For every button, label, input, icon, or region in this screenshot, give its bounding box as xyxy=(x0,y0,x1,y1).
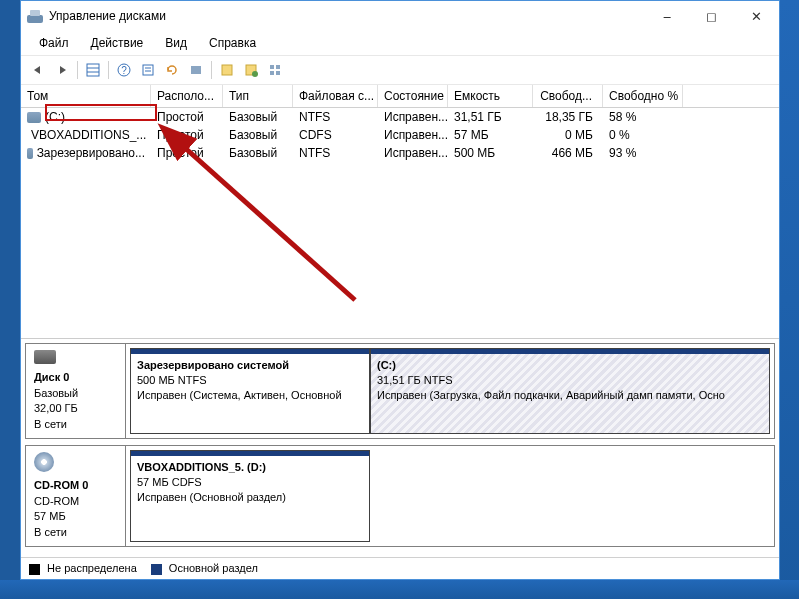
svg-rect-15 xyxy=(276,71,280,75)
menu-action[interactable]: Действие xyxy=(81,33,154,53)
menubar: Файл Действие Вид Справка xyxy=(21,31,779,55)
partition-system-reserved[interactable]: Зарезервировано системой 500 МБ NTFS Исп… xyxy=(130,348,370,434)
disk-type: Базовый xyxy=(34,387,78,399)
properties-button[interactable] xyxy=(137,59,159,81)
svg-rect-13 xyxy=(276,65,280,69)
minimize-button[interactable]: ‒ xyxy=(644,1,689,31)
forward-button[interactable] xyxy=(51,59,73,81)
svg-rect-12 xyxy=(270,65,274,69)
col-capacity[interactable]: Емкость xyxy=(448,85,533,107)
app-icon xyxy=(27,8,43,24)
volume-layout: Простой xyxy=(151,108,223,126)
back-button[interactable] xyxy=(27,59,49,81)
close-button[interactable]: ✕ xyxy=(734,1,779,31)
col-freepct[interactable]: Свободно % xyxy=(603,85,683,107)
svg-rect-8 xyxy=(191,66,201,74)
col-status[interactable]: Состояние xyxy=(378,85,448,107)
refresh-button[interactable] xyxy=(161,59,183,81)
svg-rect-0 xyxy=(87,64,99,76)
volume-list-pane: Том Располо... Тип Файловая с... Состоян… xyxy=(21,85,779,339)
volume-capacity: 31,51 ГБ xyxy=(448,108,533,126)
volume-capacity: 57 МБ xyxy=(448,126,533,144)
svg-rect-9 xyxy=(222,65,232,75)
disk-name: CD-ROM 0 xyxy=(34,479,88,491)
disk-size: 57 МБ xyxy=(34,510,66,522)
volume-list-header: Том Располо... Тип Файловая с... Состоян… xyxy=(21,85,779,108)
volume-row[interactable]: (C:) Простой Базовый NTFS Исправен... 31… xyxy=(21,108,779,126)
col-fs[interactable]: Файловая с... xyxy=(293,85,378,107)
volume-free: 18,35 ГБ xyxy=(533,108,603,126)
volume-type: Базовый xyxy=(223,126,293,144)
disk-icon xyxy=(27,148,33,159)
volume-status: Исправен... xyxy=(378,108,448,126)
volume-status: Исправен... xyxy=(378,126,448,144)
volume-free: 0 МБ xyxy=(533,126,603,144)
volume-freepct: 58 % xyxy=(603,108,683,126)
hdd-icon xyxy=(34,350,56,364)
disk-status: В сети xyxy=(34,418,67,430)
svg-text:?: ? xyxy=(121,65,127,76)
partition-status: Исправен (Основной раздел) xyxy=(137,491,286,503)
partition-c[interactable]: (C:) 31,51 ГБ NTFS Исправен (Загрузка, Ф… xyxy=(370,348,770,434)
volume-type: Базовый xyxy=(223,108,293,126)
svg-rect-14 xyxy=(270,71,274,75)
detail-view-button[interactable] xyxy=(240,59,262,81)
disk-status: В сети xyxy=(34,526,67,538)
menu-help[interactable]: Справка xyxy=(199,33,266,53)
list-view-button[interactable] xyxy=(216,59,238,81)
settings-button[interactable] xyxy=(185,59,207,81)
col-free[interactable]: Свобод... xyxy=(533,85,603,107)
disk-row-disk0: Диск 0 Базовый 32,00 ГБ В сети Зарезерви… xyxy=(25,343,775,439)
volume-layout: Простой xyxy=(151,126,223,144)
legend-unallocated: Не распределена xyxy=(29,562,137,575)
cd-icon xyxy=(34,452,54,472)
partition-status: Исправен (Загрузка, Файл подкачки, Авари… xyxy=(377,389,725,401)
volume-fs: CDFS xyxy=(293,126,378,144)
disk-icon xyxy=(27,112,41,123)
volume-name: VBOXADDITIONS_... xyxy=(31,128,146,142)
partition-cdrom[interactable]: VBOXADDITIONS_5. (D:) 57 МБ CDFS Исправе… xyxy=(130,450,370,542)
legend-swatch-black xyxy=(29,564,40,575)
menu-view[interactable]: Вид xyxy=(155,33,197,53)
volume-free: 466 МБ xyxy=(533,144,603,162)
volume-layout: Простой xyxy=(151,144,223,162)
volume-row[interactable]: Зарезервировано... Простой Базовый NTFS … xyxy=(21,144,779,162)
titlebar[interactable]: Управление дисками ‒ ◻ ✕ xyxy=(21,1,779,31)
disk-row-cdrom: CD-ROM 0 CD-ROM 57 МБ В сети VBOXADDITIO… xyxy=(25,445,775,547)
volume-capacity: 500 МБ xyxy=(448,144,533,162)
views-button[interactable] xyxy=(82,59,104,81)
volume-type: Базовый xyxy=(223,144,293,162)
volume-freepct: 93 % xyxy=(603,144,683,162)
volume-fs: NTFS xyxy=(293,144,378,162)
window-title: Управление дисками xyxy=(49,9,166,23)
graphical-view-pane: Диск 0 Базовый 32,00 ГБ В сети Зарезерви… xyxy=(21,339,779,557)
disk-management-window: Управление дисками ‒ ◻ ✕ Файл Действие В… xyxy=(20,0,780,580)
svg-rect-5 xyxy=(143,65,153,75)
volume-freepct: 0 % xyxy=(603,126,683,144)
disk-label[interactable]: CD-ROM 0 CD-ROM 57 МБ В сети xyxy=(26,446,126,546)
disk-label[interactable]: Диск 0 Базовый 32,00 ГБ В сети xyxy=(26,344,126,438)
col-volume[interactable]: Том xyxy=(21,85,151,107)
partition-info: 31,51 ГБ NTFS xyxy=(377,374,453,386)
svg-point-11 xyxy=(252,71,258,77)
volume-status: Исправен... xyxy=(378,144,448,162)
partition-name: (C:) xyxy=(377,359,396,371)
menu-file[interactable]: Файл xyxy=(29,33,79,53)
volume-name: (C:) xyxy=(45,110,65,124)
legend-primary: Основной раздел xyxy=(151,562,258,575)
col-layout[interactable]: Располо... xyxy=(151,85,223,107)
partition-name: VBOXADDITIONS_5. (D:) xyxy=(137,461,266,473)
col-type[interactable]: Тип xyxy=(223,85,293,107)
disk-name: Диск 0 xyxy=(34,371,69,383)
partition-info: 500 МБ NTFS xyxy=(137,374,207,386)
grid-view-button[interactable] xyxy=(264,59,286,81)
disk-type: CD-ROM xyxy=(34,495,79,507)
partition-status: Исправен (Система, Активен, Основной xyxy=(137,389,342,401)
volume-list-body: (C:) Простой Базовый NTFS Исправен... 31… xyxy=(21,108,779,338)
help-button[interactable]: ? xyxy=(113,59,135,81)
maximize-button[interactable]: ◻ xyxy=(689,1,734,31)
volume-name: Зарезервировано... xyxy=(37,146,145,160)
partition-name: Зарезервировано системой xyxy=(137,359,289,371)
volume-row[interactable]: VBOXADDITIONS_... Простой Базовый CDFS И… xyxy=(21,126,779,144)
legend-swatch-blue xyxy=(151,564,162,575)
